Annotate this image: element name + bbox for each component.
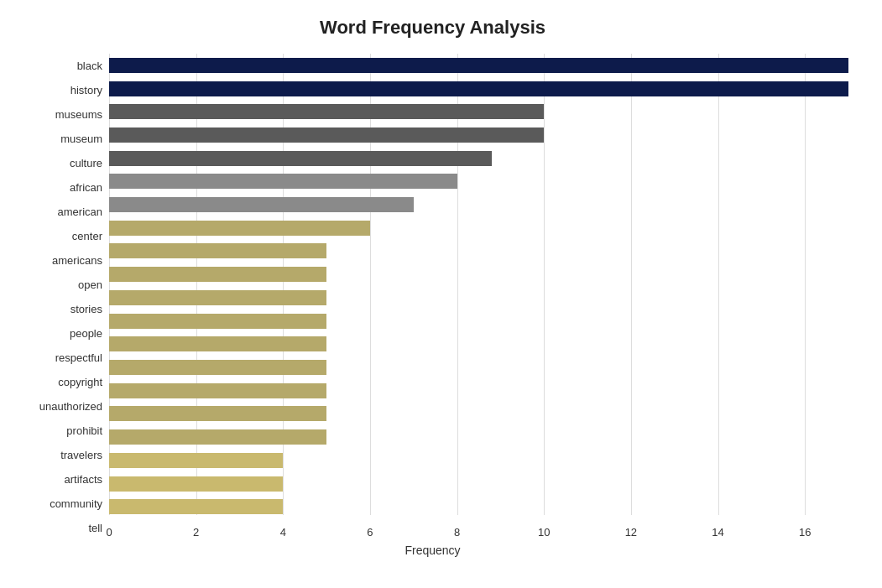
y-label: community xyxy=(17,492,109,516)
bar xyxy=(109,476,283,492)
y-label: black xyxy=(17,54,109,78)
y-label: tell xyxy=(17,516,109,540)
bar xyxy=(109,429,326,445)
y-label: prohibit xyxy=(17,419,109,443)
y-label: americans xyxy=(17,248,109,273)
bar xyxy=(109,81,848,96)
y-label: museum xyxy=(17,127,109,151)
bars-area: 0246810121416 xyxy=(109,54,848,540)
bar xyxy=(109,383,326,398)
y-label: unauthorized xyxy=(17,394,109,419)
y-label: american xyxy=(17,200,109,224)
chart-area: blackhistorymuseumsmuseumcultureafricana… xyxy=(17,54,848,540)
bar xyxy=(109,290,326,305)
x-tick: 12 xyxy=(625,526,637,539)
x-axis-label: Frequency xyxy=(17,544,848,557)
bar-row xyxy=(109,216,848,240)
bar xyxy=(109,336,326,351)
x-tick: 0 xyxy=(106,526,112,539)
y-label: museums xyxy=(17,102,109,127)
chart-container: Word Frequency Analysis blackhistorymuse… xyxy=(0,0,882,588)
bar xyxy=(109,243,326,258)
bar xyxy=(109,58,848,73)
x-tick: 16 xyxy=(799,526,811,539)
bar-row xyxy=(109,356,848,379)
y-label: culture xyxy=(17,151,109,175)
bar-row xyxy=(109,147,848,170)
bar xyxy=(109,151,492,166)
bar-row xyxy=(109,263,848,286)
bar xyxy=(109,406,326,421)
y-label: open xyxy=(17,273,109,297)
bar xyxy=(109,104,544,119)
bar-row xyxy=(109,54,848,77)
bar-row xyxy=(109,425,848,449)
bar-row xyxy=(109,170,848,194)
y-label: history xyxy=(17,78,109,102)
bar-row xyxy=(109,495,848,518)
x-tick: 2 xyxy=(193,526,199,539)
y-label: travelers xyxy=(17,443,109,467)
y-label: copyright xyxy=(17,370,109,394)
bar-row xyxy=(109,77,848,101)
y-label: people xyxy=(17,321,109,346)
y-labels: blackhistorymuseumsmuseumcultureafricana… xyxy=(17,54,109,540)
x-tick: 8 xyxy=(454,526,460,539)
bar-row xyxy=(109,379,848,403)
x-tick: 4 xyxy=(280,526,286,539)
y-label: respectful xyxy=(17,346,109,370)
bar-row xyxy=(109,123,848,147)
x-tick: 10 xyxy=(538,526,550,539)
bar xyxy=(109,197,414,212)
bar xyxy=(109,127,544,143)
bar-row xyxy=(109,310,848,333)
y-label: stories xyxy=(17,297,109,321)
bar-row xyxy=(109,332,848,356)
bar-row xyxy=(109,100,848,123)
bar xyxy=(109,499,283,514)
bar-row xyxy=(109,403,848,426)
bar xyxy=(109,221,370,236)
x-axis: 0246810121416 xyxy=(109,520,848,540)
bar-row xyxy=(109,240,848,263)
bar xyxy=(109,314,326,329)
bar-row xyxy=(109,286,848,310)
x-tick: 14 xyxy=(712,526,723,539)
y-label: artifacts xyxy=(17,467,109,492)
bar-row xyxy=(109,193,848,216)
bar-row xyxy=(109,449,848,472)
x-tick: 6 xyxy=(367,526,373,539)
y-label: african xyxy=(17,175,109,200)
bar-row xyxy=(109,472,848,496)
y-label: center xyxy=(17,224,109,248)
bar xyxy=(109,453,283,468)
bar xyxy=(109,267,326,282)
chart-title: Word Frequency Analysis xyxy=(17,17,848,39)
bar xyxy=(109,360,326,375)
bar xyxy=(109,174,457,189)
